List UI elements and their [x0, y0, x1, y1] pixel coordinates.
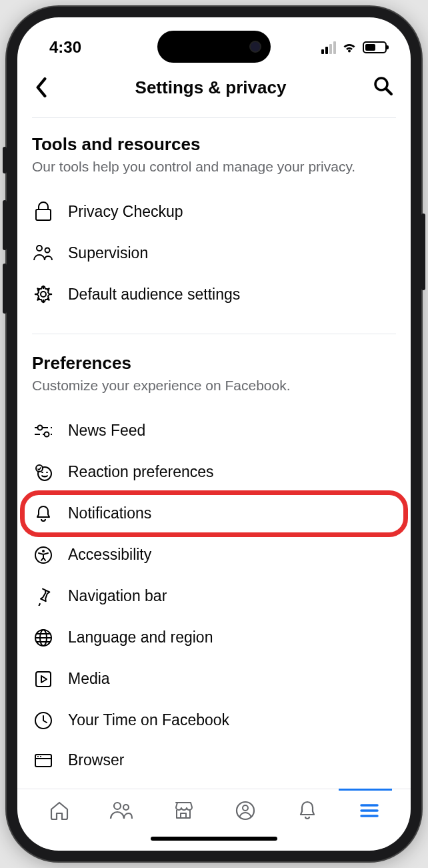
- gear-icon: [33, 284, 53, 304]
- item-label: Language and region: [68, 628, 213, 646]
- item-label: Default audience settings: [68, 286, 240, 304]
- svg-point-2: [37, 246, 42, 251]
- accessibility-icon: [33, 545, 53, 565]
- cellular-signal-icon: [321, 41, 336, 54]
- camera-dot: [249, 41, 261, 53]
- svg-point-10: [36, 465, 43, 472]
- section-tools: Tools and resources Our tools help you c…: [32, 134, 396, 315]
- globe-icon: [33, 628, 53, 648]
- volume-button: [3, 200, 7, 250]
- svg-rect-16: [36, 672, 51, 687]
- nav-home[interactable]: [47, 799, 71, 823]
- item-label: Supervision: [68, 244, 148, 262]
- clock-icon: [33, 711, 53, 731]
- item-label: Your Time on Facebook: [68, 711, 229, 729]
- status-time: 4:30: [49, 38, 81, 57]
- svg-point-4: [41, 292, 46, 297]
- back-button[interactable]: [35, 77, 48, 97]
- pin-icon: [33, 586, 53, 606]
- nav-menu[interactable]: [357, 799, 381, 823]
- volume-button: [3, 264, 7, 314]
- lock-icon: [33, 201, 53, 222]
- nav-marketplace[interactable]: [171, 799, 195, 823]
- screen: 4:30 Settings & priva: [17, 17, 411, 851]
- reaction-icon: [33, 462, 53, 482]
- svg-point-21: [40, 756, 41, 757]
- battery-icon: [363, 41, 387, 53]
- section-title: Preferences: [32, 353, 396, 374]
- bell-icon: [33, 504, 53, 524]
- notifications-icon: [297, 800, 317, 821]
- nav-profile[interactable]: [233, 799, 257, 823]
- play-box-icon: [33, 669, 53, 689]
- svg-point-6: [38, 425, 43, 430]
- item-label: Navigation bar: [68, 587, 167, 605]
- item-label: Browser: [68, 751, 124, 769]
- svg-point-22: [114, 803, 121, 809]
- feed-sliders-icon: [33, 421, 53, 441]
- volume-button: [3, 147, 7, 173]
- item-privacy-checkup[interactable]: Privacy Checkup: [32, 191, 396, 232]
- menu-icon: [359, 803, 379, 819]
- active-tab-indicator: [339, 789, 392, 791]
- item-language-region[interactable]: Language and region: [32, 617, 396, 659]
- svg-point-25: [243, 805, 248, 811]
- divider: [32, 334, 396, 334]
- nav-friends[interactable]: [109, 799, 133, 823]
- svg-point-20: [37, 756, 39, 757]
- item-label: News Feed: [68, 422, 145, 440]
- home-icon: [49, 800, 70, 821]
- browser-icon: [33, 751, 53, 771]
- search-button[interactable]: [373, 76, 393, 99]
- item-accessibility[interactable]: Accessibility: [32, 534, 396, 576]
- content-scroll[interactable]: Tools and resources Our tools help you c…: [17, 111, 411, 789]
- item-browser[interactable]: Browser: [32, 741, 396, 781]
- home-indicator[interactable]: [17, 827, 411, 851]
- section-desc: Customize your experience on Facebook.: [32, 376, 396, 395]
- section-preferences: Preferences Customize your experience on…: [32, 353, 396, 741]
- item-notifications[interactable]: Notifications: [32, 493, 396, 534]
- nav-notifications[interactable]: [295, 799, 319, 823]
- search-icon: [373, 76, 393, 96]
- item-media[interactable]: Media: [32, 659, 396, 700]
- item-news-feed[interactable]: News Feed: [32, 410, 396, 452]
- item-label: Media: [68, 670, 110, 688]
- svg-point-23: [123, 805, 129, 810]
- status-indicators: [321, 41, 387, 54]
- friends-icon: [109, 801, 133, 821]
- marketplace-icon: [173, 800, 194, 821]
- nav-header: Settings & privacy: [17, 64, 411, 111]
- item-label: Notifications: [68, 504, 151, 522]
- wifi-icon: [341, 41, 357, 53]
- item-default-audience[interactable]: Default audience settings: [32, 274, 396, 315]
- phone-frame: 4:30 Settings & priva: [7, 7, 421, 861]
- svg-point-8: [45, 432, 49, 436]
- page-title: Settings & privacy: [135, 77, 287, 98]
- power-button: [421, 213, 425, 290]
- svg-line-1: [386, 89, 391, 94]
- item-label: Privacy Checkup: [68, 203, 183, 221]
- bottom-nav: [17, 789, 411, 827]
- item-label: Accessibility: [68, 546, 151, 564]
- people-icon: [33, 243, 53, 263]
- item-supervision[interactable]: Supervision: [32, 232, 396, 274]
- svg-point-12: [42, 550, 45, 552]
- dynamic-island: [157, 31, 271, 63]
- profile-icon: [235, 800, 256, 821]
- section-desc: Our tools help you control and manage yo…: [32, 157, 396, 176]
- svg-point-3: [45, 248, 50, 253]
- item-navigation-bar[interactable]: Navigation bar: [32, 576, 396, 617]
- item-reaction-prefs[interactable]: Reaction preferences: [32, 452, 396, 493]
- divider: [32, 117, 396, 118]
- highlight-notifications: Notifications: [20, 490, 408, 537]
- item-your-time[interactable]: Your Time on Facebook: [32, 700, 396, 741]
- section-title: Tools and resources: [32, 134, 396, 155]
- item-label: Reaction preferences: [68, 463, 214, 481]
